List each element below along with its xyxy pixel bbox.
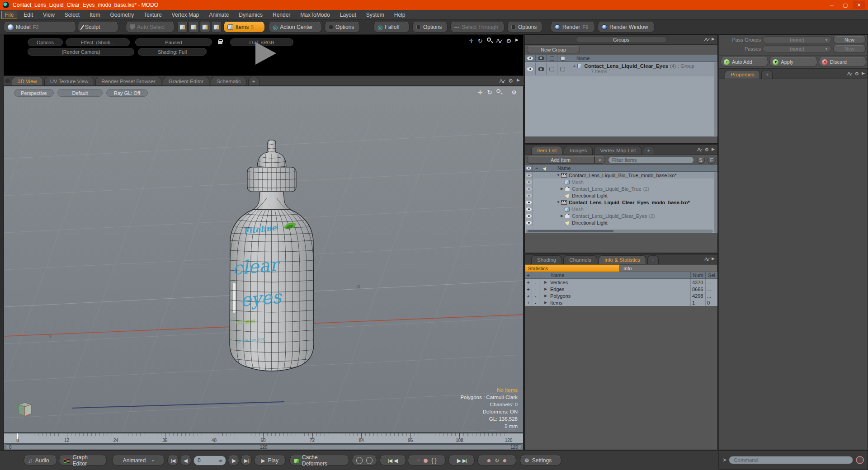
play-button[interactable]: ▶ Play	[254, 456, 286, 465]
auto-add-button[interactable]: + Auto Add	[721, 57, 768, 66]
bottle-model[interactable]: Fitoline clear eyes contact gentle eye d…	[230, 140, 314, 371]
ray-gl-button[interactable]: Ray GL: Off	[106, 89, 148, 97]
minus-button[interactable]: -	[532, 299, 539, 306]
eye-icon[interactable]	[526, 201, 532, 204]
frame-back-button[interactable]: ◀|	[180, 456, 191, 465]
eye-icon[interactable]	[526, 180, 532, 184]
magnify-icon[interactable]	[487, 38, 491, 42]
pass-groups-dropdown[interactable]: (none)▾	[763, 36, 831, 43]
info-toggle-button[interactable]: Info	[620, 264, 717, 272]
select-mode-center-button[interactable]	[211, 22, 222, 33]
expand-expander[interactable]: ▶	[543, 280, 548, 284]
menu-edit[interactable]: Edit	[19, 11, 38, 19]
stat-row-edges[interactable]: + - ▶ Edges 8666 ...	[525, 286, 717, 292]
eye-icon[interactable]	[526, 214, 532, 218]
item-list-vscrollbar[interactable]	[714, 172, 717, 233]
collapse-expander[interactable]: ▼	[556, 200, 561, 204]
item-row-group1[interactable]: ▶ Contact_Lens_Liquid_Bio_True (2)	[525, 185, 717, 192]
menu-select[interactable]: Select	[60, 11, 85, 19]
item-list-hscrollbar[interactable]	[526, 230, 713, 233]
shading-default-button[interactable]: Default	[57, 89, 103, 97]
eye-icon[interactable]	[526, 221, 532, 225]
new-group-button[interactable]: New Group	[527, 46, 580, 53]
frame-forward-button[interactable]: |▶	[228, 456, 239, 465]
menu-vertex-map[interactable]: Vertex Map	[167, 11, 204, 19]
eye-icon[interactable]	[527, 67, 533, 71]
panel-arrow-icon[interactable]: ▶	[712, 147, 715, 153]
plus-button[interactable]: +	[525, 279, 532, 286]
rotate-icon[interactable]: ↻	[478, 38, 483, 44]
eye-icon[interactable]	[526, 207, 532, 211]
preview-options-button[interactable]: Options	[28, 38, 63, 46]
record-macro-icon[interactable]	[856, 456, 864, 464]
tab-add-button[interactable]: +	[761, 70, 773, 79]
eye-icon[interactable]	[526, 187, 532, 191]
action-center-options-button[interactable]: Options	[325, 22, 360, 33]
select-mode-vertices-button[interactable]	[177, 22, 188, 33]
stat-row-polygons[interactable]: + - ▶ Polygons 4298 ...	[525, 292, 717, 299]
filter-items-input[interactable]: Filter Items	[608, 156, 694, 164]
graph-editor-button[interactable]: Graph Editor	[59, 456, 107, 465]
select-through-button[interactable]: Select Through	[450, 22, 505, 33]
minimize-button[interactable]: ─	[826, 1, 838, 9]
expand-icon[interactable]: ↗↙	[498, 78, 505, 84]
menu-render[interactable]: Render	[268, 11, 295, 19]
gear-icon[interactable]: ⚙	[511, 89, 517, 96]
panel-arrow-icon[interactable]: ▶	[862, 71, 865, 77]
key-transfer-buttons[interactable]: ↻	[477, 456, 516, 465]
new-pass-button[interactable]: New	[833, 45, 866, 52]
stat-row-items[interactable]: + - ▶ Items 1 0	[525, 299, 717, 306]
tab-images[interactable]: Images	[564, 146, 593, 155]
checkbox-icon[interactable]	[549, 67, 554, 71]
item-row-mesh2[interactable]: Mesh	[525, 206, 717, 212]
tab-schematic[interactable]: Schematic	[211, 77, 247, 85]
auto-select-button[interactable]: Auto Select	[126, 22, 175, 33]
expand-expander[interactable]: ▶	[543, 294, 548, 298]
panel-arrow-icon[interactable]: ▶	[517, 78, 520, 84]
item-row-light2[interactable]: Directional Light	[525, 219, 717, 226]
plus-button[interactable]: +	[525, 299, 532, 306]
pan-icon[interactable]: ✛	[469, 38, 474, 44]
menu-animate[interactable]: Animate	[204, 11, 234, 19]
preview-paused-button[interactable]: Paused	[135, 38, 212, 46]
add-item-dropdown[interactable]: ▾	[594, 156, 605, 164]
render-preview-pane[interactable]: Options Effect: (Shadi... Paused LUT: sR…	[4, 34, 524, 76]
new-pass-group-button[interactable]: New	[833, 36, 866, 43]
statistics-toggle-button[interactable]: Statistics	[525, 264, 620, 272]
select-mode-edges-button[interactable]	[189, 22, 199, 33]
expand-expander[interactable]: ▶	[559, 214, 565, 218]
preview-camera-button[interactable]: (Render Camera)	[28, 48, 134, 56]
close-button[interactable]: ✕	[853, 1, 865, 9]
menu-file[interactable]: File	[1, 11, 17, 19]
menu-texture[interactable]: Texture	[139, 11, 166, 19]
tab-add-button[interactable]: +	[647, 255, 659, 264]
expand-icon[interactable]: ↗↙	[703, 256, 709, 262]
next-key-buttons[interactable]: |▶ ▶|	[448, 456, 475, 465]
item-row-scene1[interactable]: ▼ Contact_Lens_Liquid_Bio_True_modo_base…	[525, 172, 717, 179]
animated-dropdown[interactable]: Animated ▾	[112, 456, 165, 465]
filter-button[interactable]: F	[708, 157, 716, 164]
pan-icon[interactable]: ✛	[478, 89, 483, 96]
minus-button[interactable]: -	[532, 279, 539, 286]
preview-shading-button[interactable]: Shading: Full	[138, 48, 207, 56]
spinner-icon[interactable]: ◀▶	[218, 459, 222, 463]
plus-button[interactable]: +	[525, 292, 532, 299]
model-button[interactable]: Model F2	[4, 22, 76, 33]
gear-icon[interactable]: ⚙	[506, 38, 511, 44]
render-window-button[interactable]: Render Window	[598, 22, 655, 33]
gear-icon[interactable]: ⚙	[508, 78, 513, 84]
falloff-options-button[interactable]: Options	[412, 22, 448, 33]
panel-arrow-icon[interactable]: ▶	[515, 38, 519, 44]
item-row-scene2[interactable]: ▼ Contact_Lens_Liquid_Clear_Eyes_modo_ba…	[525, 199, 717, 206]
menu-system[interactable]: System	[361, 11, 389, 19]
minus-button[interactable]: -	[532, 286, 539, 292]
tab-shading[interactable]: Shading	[531, 255, 562, 264]
expand-icon[interactable]: ↗↙	[495, 38, 502, 44]
select-mode-polygons-button[interactable]	[200, 22, 210, 33]
command-input[interactable]: Command	[729, 456, 853, 464]
passes-dropdown[interactable]: (none)▾	[763, 45, 831, 52]
expand-icon[interactable]: ↗↙	[846, 71, 852, 77]
time-system-buttons[interactable]	[352, 456, 377, 465]
3d-viewport-canvas[interactable]: -z -x Fitoline clear eyes contact g	[4, 86, 524, 433]
tab-add-button[interactable]: +	[248, 77, 259, 85]
